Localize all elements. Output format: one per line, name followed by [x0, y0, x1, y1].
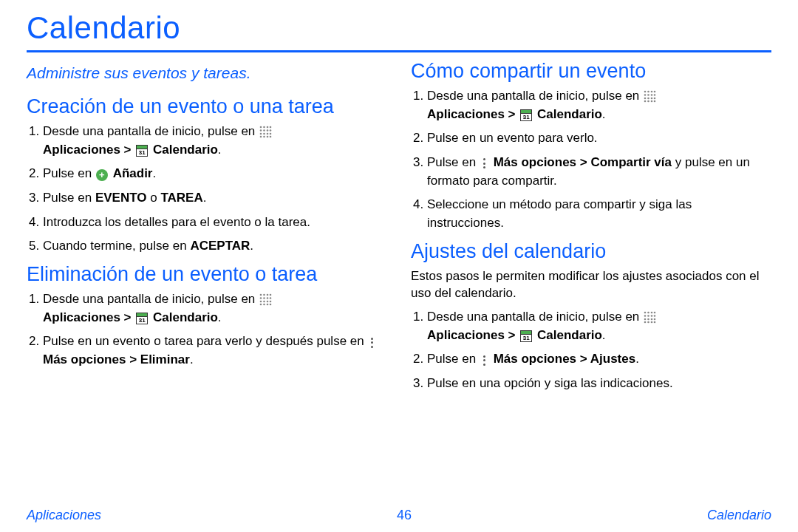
text: Desde una pantalla de inicio, pulse en	[427, 310, 643, 324]
add-label: Añadir	[113, 166, 153, 180]
calendar-label: Calendario	[153, 310, 218, 324]
manual-page: Calendario Administre sus eventos y tare…	[0, 0, 798, 532]
calendar-icon	[520, 109, 532, 121]
apps-grid-icon	[644, 311, 656, 324]
list-item: Pulse en un evento para verlo.	[427, 129, 771, 148]
svg-point-45	[647, 100, 649, 103]
svg-point-7	[270, 129, 272, 132]
list-item: Seleccione un método para compartir y si…	[427, 196, 771, 232]
svg-point-53	[647, 315, 649, 317]
svg-point-35	[654, 91, 656, 93]
svg-point-22	[267, 297, 269, 299]
svg-point-60	[644, 321, 647, 324]
text: Pulse en	[427, 155, 480, 169]
section-settings-heading: Ajustes del calendario	[411, 240, 771, 263]
svg-point-62	[651, 321, 653, 324]
svg-point-36	[644, 94, 647, 96]
more-options-icon	[368, 337, 377, 349]
list-item: Pulse en Más opciones > Ajustes.	[427, 350, 771, 369]
text: .	[602, 107, 606, 121]
svg-point-16	[260, 294, 262, 296]
svg-point-56	[644, 318, 647, 321]
text: .	[218, 310, 222, 324]
svg-point-15	[270, 136, 272, 138]
footer: Aplicaciones 46 Calendario	[27, 508, 771, 523]
svg-point-17	[263, 294, 265, 296]
apps-grid-icon	[259, 126, 272, 138]
svg-point-58	[651, 318, 653, 321]
svg-point-5	[263, 129, 265, 132]
text: Pulse en un evento o tarea para verlo y …	[43, 334, 367, 348]
calendar-icon	[136, 313, 148, 324]
text: >	[124, 143, 135, 157]
svg-point-12	[260, 136, 262, 138]
svg-point-1	[263, 126, 265, 129]
svg-point-20	[260, 297, 262, 299]
text: Pulse en	[427, 352, 480, 366]
svg-point-49	[647, 312, 649, 314]
svg-point-0	[260, 126, 262, 129]
apps-label: Aplicaciones	[427, 328, 505, 342]
svg-point-3	[270, 126, 272, 129]
text: .	[635, 352, 639, 366]
svg-point-10	[267, 133, 269, 135]
svg-point-54	[651, 315, 653, 317]
calendar-icon	[520, 330, 532, 342]
calendar-label: Calendario	[153, 143, 218, 157]
svg-point-43	[654, 98, 656, 100]
svg-point-18	[267, 294, 269, 296]
more-compartir-path: Más opciones > Compartir vía	[494, 155, 672, 169]
svg-point-29	[263, 304, 265, 306]
text: >	[508, 107, 519, 121]
list-item: Cuando termine, pulse en ACEPTAR.	[43, 237, 387, 256]
svg-point-47	[654, 100, 656, 103]
plus-icon: +	[96, 169, 108, 181]
svg-point-14	[267, 136, 269, 138]
svg-point-21	[263, 297, 265, 299]
settings-intro: Estos pasos le permiten modificar los aj…	[411, 267, 771, 303]
text: .	[250, 239, 253, 253]
svg-point-50	[651, 312, 653, 314]
svg-point-27	[270, 301, 272, 303]
svg-point-42	[651, 98, 653, 100]
svg-point-31	[270, 304, 272, 306]
more-options-icon	[480, 157, 489, 169]
text: Desde una pantalla de inicio, pulse en	[43, 124, 259, 138]
page-title: Calendario	[27, 10, 771, 46]
tarea-label: TAREA	[160, 191, 202, 205]
section-create-heading: Creación de un evento o una tarea	[27, 95, 387, 118]
left-column: Administre sus eventos y tareas. Creació…	[27, 60, 387, 400]
text: .	[203, 191, 207, 205]
svg-point-55	[654, 315, 656, 317]
footer-page-number: 46	[397, 508, 412, 523]
apps-label: Aplicaciones	[427, 107, 505, 121]
svg-point-38	[651, 94, 653, 96]
svg-point-32	[644, 91, 647, 93]
svg-point-48	[644, 312, 647, 314]
svg-point-52	[644, 315, 647, 317]
create-steps: Desde una pantalla de inicio, pulse en A…	[27, 123, 387, 256]
more-ajustes-path: Más opciones > Ajustes	[494, 352, 636, 366]
accept-label: ACEPTAR	[190, 239, 250, 253]
svg-point-30	[267, 304, 269, 306]
footer-left: Aplicaciones	[27, 508, 101, 523]
evento-label: EVENTO	[95, 191, 147, 205]
svg-point-51	[654, 312, 656, 314]
svg-point-40	[644, 98, 647, 100]
svg-point-59	[654, 318, 656, 321]
columns: Administre sus eventos y tareas. Creació…	[27, 60, 771, 400]
svg-point-44	[644, 100, 647, 103]
title-rule	[27, 50, 771, 52]
text: Desde una pantalla de inicio, pulse en	[427, 89, 643, 103]
text: .	[602, 328, 606, 342]
list-item: Pulse en una opción y siga las indicacio…	[427, 375, 771, 393]
list-item: Introduzca los detalles para el evento o…	[43, 214, 387, 232]
svg-point-8	[260, 133, 262, 135]
svg-point-33	[647, 91, 649, 93]
list-item: Pulse en Más opciones > Compartir vía y …	[427, 154, 771, 190]
text: .	[218, 143, 222, 157]
list-item: Desde una pantalla de inicio, pulse en A…	[43, 123, 387, 159]
section-share-heading: Cómo compartir un evento	[411, 60, 771, 83]
right-column: Cómo compartir un evento Desde una panta…	[411, 60, 771, 400]
calendar-label: Calendario	[537, 107, 602, 121]
